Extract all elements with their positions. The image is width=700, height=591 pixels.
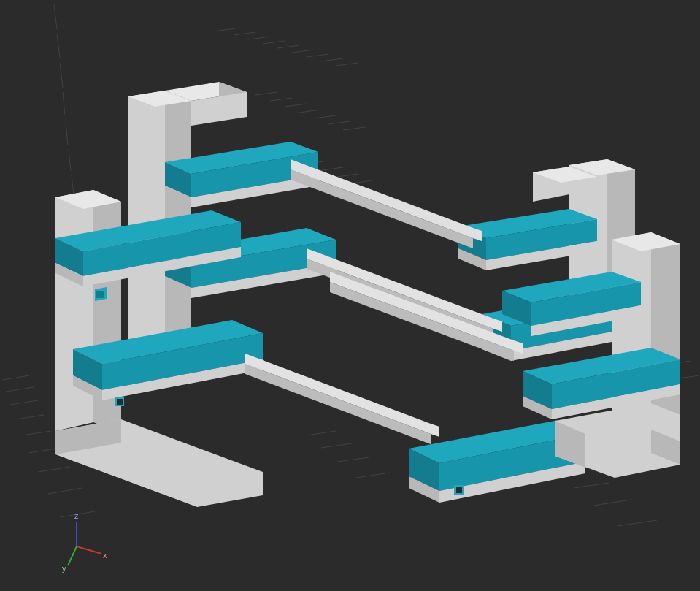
scene-render: z x y [0,0,700,591]
svg-line-9 [255,92,277,95]
svg-line-1 [234,32,255,35]
svg-marker-98 [55,190,93,431]
svg-line-28 [3,375,29,380]
svg-line-32 [22,431,51,435]
svg-line-0 [219,28,241,31]
svg-marker-57 [128,91,165,343]
axis-z-label: z [74,511,79,520]
svg-line-40 [356,473,390,478]
svg-line-14 [328,121,350,124]
svg-line-15 [343,127,365,130]
svg-line-26 [69,149,71,171]
axis-gizmo: z x y [62,511,107,573]
axis-x-label: x [103,551,107,560]
svg-line-13 [314,115,336,118]
svg-line-44 [618,520,657,526]
3d-viewport[interactable]: z x y [0,0,700,591]
svg-rect-114 [117,399,123,405]
svg-line-29 [6,387,34,392]
svg-line-6 [307,54,328,57]
svg-line-27 [72,175,74,196]
svg-line-31 [16,415,44,419]
svg-line-2 [248,37,270,39]
post-rear-left [128,82,318,345]
svg-line-10 [270,98,292,101]
svg-line-21 [54,4,57,29]
svg-line-3 [263,41,285,44]
svg-line-38 [321,443,352,448]
svg-line-7 [321,58,343,61]
svg-line-12 [299,110,321,113]
svg-line-30 [10,400,38,405]
svg-line-11 [285,104,307,107]
svg-line-42 [574,483,609,488]
svg-rect-107 [96,291,104,298]
svg-line-8 [336,63,358,66]
svg-line-133 [68,546,77,565]
svg-line-5 [292,50,314,53]
svg-line-18 [318,167,343,171]
svg-line-35 [48,488,82,494]
svg-line-132 [77,546,101,554]
svg-line-24 [63,92,65,115]
svg-line-43 [594,500,631,506]
foot-front-left [55,419,263,507]
svg-line-25 [66,121,68,145]
svg-line-33 [29,448,60,453]
svg-line-39 [337,457,369,462]
svg-line-23 [60,63,63,88]
svg-rect-124 [456,487,462,493]
axis-y-label: y [62,564,66,573]
svg-line-22 [57,34,60,58]
svg-line-34 [38,467,70,472]
svg-line-4 [277,45,299,48]
